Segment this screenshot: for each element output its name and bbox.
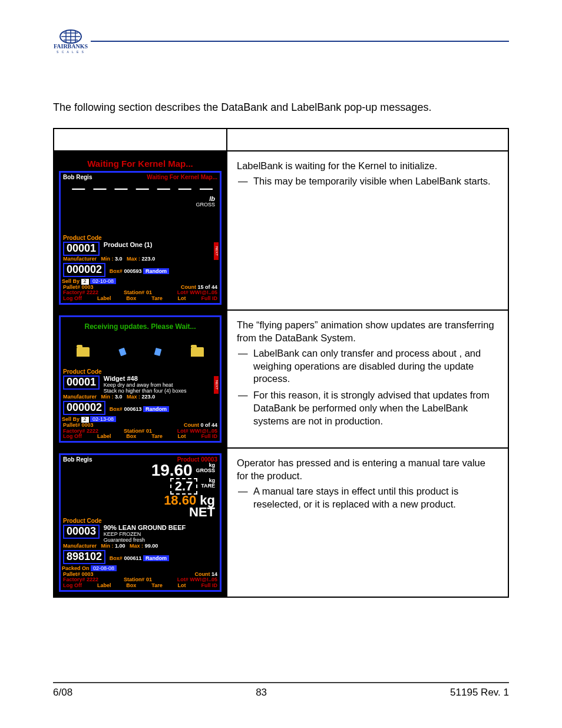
footer-doc: 51195 Rev. 1 — [450, 687, 509, 699]
product-name: Product One (1) — [104, 241, 153, 248]
fairbanks-logo: FAIRBANKS S C A L E S — [53, 28, 88, 54]
status-text: Waiting For Kernel Map... — [147, 174, 217, 180]
product-name: 90% LEAN GROUND BEEF — [104, 524, 186, 531]
desc-manual-tare: Operator has pressed and is entering a m… — [227, 449, 508, 525]
min-value: 3.0 — [115, 256, 123, 262]
receiving-updates-msg: Receiving updates. Please Wait... — [62, 318, 219, 335]
product-sub2: Stack no higher than four (4) boxes — [104, 388, 187, 394]
next-tag: NEXT — [214, 242, 219, 260]
mfr-label: Manufacturer — [63, 394, 97, 400]
footer-page: 83 — [256, 687, 267, 699]
mfr-code: 898102 — [63, 550, 105, 564]
count-value: 15 of 44 — [197, 284, 217, 290]
product-sub1: Keep dry and away from heat — [104, 382, 173, 388]
user-name: Bob Regis — [63, 456, 92, 463]
max-label: Max : — [127, 256, 140, 262]
intro-text: The following section describes the Data… — [53, 101, 509, 114]
paper-icon — [154, 348, 162, 356]
product-code-label: Product Code — [62, 235, 219, 241]
gross-weight: 19.60 — [151, 461, 193, 479]
bottom-menu: Log Off Label Box Tare Lot Full ID — [62, 296, 219, 302]
svg-text:S C A L E S: S C A L E S — [57, 50, 85, 54]
mfr-code: 000002 — [63, 401, 105, 415]
product-code-label: Product Code — [62, 368, 219, 375]
message-table: Waiting For Kernel Map... Bob Regis Wait… — [53, 128, 509, 598]
user-name: Bob Regis — [63, 174, 92, 180]
box-label: Box# — [110, 268, 123, 274]
folder-icon — [77, 347, 90, 357]
mfr-code: 000002 — [63, 263, 105, 277]
header-rule — [91, 41, 509, 42]
box-value: 000593 — [124, 268, 141, 274]
footer-date: 6/08 — [53, 687, 72, 699]
svg-text:FAIRBANKS: FAIRBANKS — [54, 43, 88, 50]
random-badge: Random — [143, 268, 169, 274]
product-code: 00003 — [63, 525, 100, 539]
paper-icon — [118, 348, 127, 357]
desc-waiting-kernel: LabelBank is waiting for the Kernel to i… — [227, 151, 508, 202]
min-label: Min : — [101, 256, 114, 262]
page-footer: 6/08 83 51195 Rev. 1 — [53, 682, 509, 699]
tare-weight: 2.7 — [170, 478, 198, 495]
product-code: 00001 — [63, 242, 100, 256]
desc-receiving-updates: The “flying papers” animation show updat… — [227, 311, 508, 442]
weight-display: — — — — — — — — [72, 182, 215, 196]
screenshot-receiving-updates: Receiving updates. Please Wait... Produc… — [54, 311, 226, 447]
product-code: 00001 — [63, 375, 100, 390]
count-label: Count — [181, 284, 196, 290]
screenshot-waiting-kernel: Waiting For Kernel Map... Bob Regis Wait… — [54, 151, 226, 309]
unit-gross: GROSS — [196, 202, 215, 207]
sellby-label: Sell By — [62, 278, 80, 284]
next-tag: NEXT — [214, 376, 219, 394]
mfr-label: Manufacturer — [63, 256, 97, 262]
sellby-date: 02-10-08 — [90, 278, 116, 284]
product-name: Widget #48 — [104, 375, 138, 382]
folder-icon — [191, 347, 204, 357]
page-header: FAIRBANKS S C A L E S — [53, 28, 509, 54]
max-value: 223.0 — [142, 256, 156, 262]
screenshot-manual-tare: Bob Regis Product 00003 19.60 kgGROSS 2.… — [54, 449, 226, 597]
callout-label: Waiting For Kernel Map... — [80, 156, 200, 171]
